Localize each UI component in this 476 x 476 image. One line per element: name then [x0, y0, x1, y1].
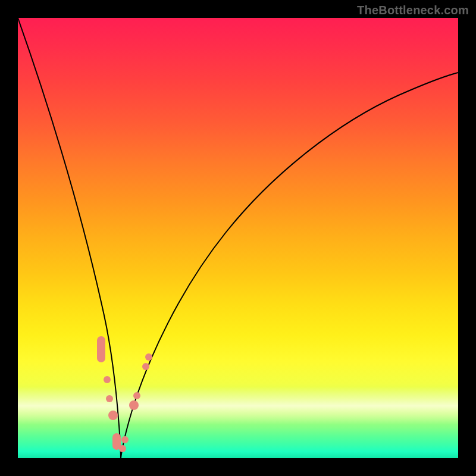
left-branch-path — [18, 18, 121, 458]
marker-right-6 — [145, 353, 152, 361]
chart-frame: TheBottleneck.com — [0, 0, 476, 476]
marker-left-1 — [97, 336, 105, 362]
marker-left-5 — [112, 433, 121, 450]
marker-right-1 — [119, 445, 126, 452]
marker-right-2 — [121, 436, 129, 443]
watermark-text: TheBottleneck.com — [357, 4, 469, 17]
highlight-band — [18, 387, 458, 425]
curve-layer — [18, 18, 458, 458]
marker-left-4 — [108, 411, 118, 420]
marker-right-3 — [129, 400, 139, 410]
marker-right-5 — [142, 363, 149, 370]
marker-right-4 — [133, 392, 140, 399]
right-branch-path — [121, 73, 458, 458]
marker-left-2 — [104, 376, 111, 383]
marker-left-3 — [106, 395, 113, 402]
plot-area — [18, 18, 458, 458]
